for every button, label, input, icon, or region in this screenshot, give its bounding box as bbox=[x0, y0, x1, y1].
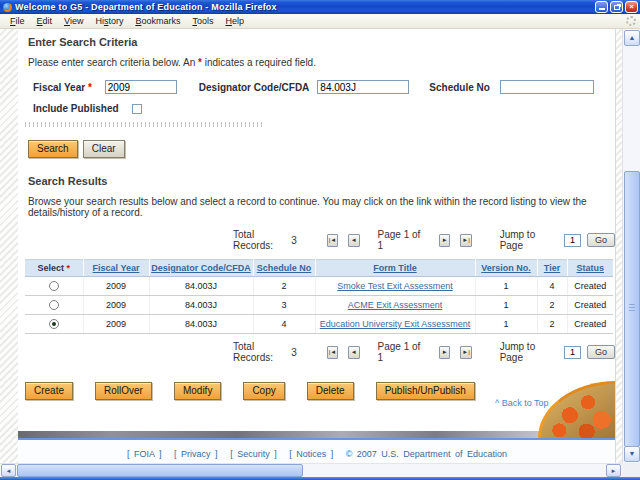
menu-help[interactable]: Help bbox=[219, 15, 250, 28]
menu-history[interactable]: History bbox=[89, 15, 129, 28]
fiscal-year-input[interactable] bbox=[105, 80, 177, 94]
copy-button[interactable]: Copy bbox=[243, 382, 284, 400]
prev-page-button[interactable]: ◄ bbox=[348, 234, 359, 247]
scroll-left-icon: ◄ bbox=[6, 468, 12, 474]
col-schedule[interactable]: Schedule No bbox=[253, 260, 315, 277]
left-margin-pattern bbox=[0, 29, 18, 463]
prev-page-icon: ◄ bbox=[351, 237, 357, 243]
col-designator[interactable]: Designator Code/CFDA bbox=[149, 260, 253, 277]
jump-to-page-input[interactable] bbox=[564, 234, 581, 247]
form-title-link[interactable]: ACME Exit Assessment bbox=[348, 300, 443, 310]
first-page-button[interactable]: |◄ bbox=[327, 346, 338, 359]
total-records-label: Total Records: bbox=[233, 229, 287, 251]
designator-input[interactable] bbox=[317, 80, 409, 94]
jump-to-page-label: Jump to Page bbox=[500, 229, 552, 251]
scroll-down-button[interactable]: ▼ bbox=[624, 446, 640, 462]
total-records-value: 3 bbox=[291, 347, 297, 358]
next-page-button[interactable]: ► bbox=[439, 346, 450, 359]
form-title-link[interactable]: Education University Exit Assessment bbox=[320, 319, 471, 329]
modify-button[interactable]: Modify bbox=[174, 382, 221, 400]
publish-unpublish-button[interactable]: Publish/UnPublish bbox=[376, 382, 475, 400]
close-button[interactable]: × bbox=[625, 1, 638, 13]
horizontal-scrollbar-thumb[interactable] bbox=[17, 464, 303, 477]
table-row: 2009 84.003J 3 ACME Exit Assessment 1 2 … bbox=[25, 296, 613, 315]
fiscal-year-label: Fiscal Year * bbox=[33, 82, 92, 93]
pagination-top: Total Records: 3 |◄ ◄ Page 1 of 1 ► ►| J… bbox=[233, 232, 615, 248]
scroll-up-button[interactable]: ▲ bbox=[624, 30, 640, 46]
page-indicator: Page 1 of 1 bbox=[378, 341, 421, 363]
criteria-note: Please enter search criteria below. An *… bbox=[28, 57, 615, 68]
menu-view[interactable]: View bbox=[58, 15, 89, 28]
menu-bookmarks[interactable]: Bookmarks bbox=[129, 15, 186, 28]
notices-link[interactable]: [ Notices ] bbox=[289, 449, 333, 459]
schedule-input[interactable] bbox=[500, 80, 594, 94]
total-records-label: Total Records: bbox=[233, 341, 287, 363]
row-radio[interactable] bbox=[49, 319, 59, 329]
first-page-button[interactable]: |◄ bbox=[327, 234, 338, 247]
row-radio[interactable] bbox=[49, 281, 59, 291]
next-page-button[interactable]: ► bbox=[439, 234, 450, 247]
prev-page-button[interactable]: ◄ bbox=[348, 346, 359, 359]
restore-icon bbox=[614, 5, 620, 10]
back-to-top-link[interactable]: ^ Back to Top bbox=[495, 398, 549, 408]
vertical-scrollbar[interactable]: ▲ ▼ bbox=[622, 29, 640, 463]
foia-link[interactable]: [ FOIA ] bbox=[127, 449, 162, 459]
col-status[interactable]: Status bbox=[567, 260, 613, 277]
table-row: 2009 84.003J 2 Smoke Test Exit Assessmen… bbox=[25, 277, 613, 296]
page-indicator: Page 1 of 1 bbox=[378, 229, 421, 251]
scroll-right-button[interactable]: ► bbox=[606, 464, 621, 477]
minimize-button[interactable] bbox=[595, 1, 608, 13]
security-link[interactable]: [ Security ] bbox=[230, 449, 277, 459]
horizontal-scrollbar[interactable]: ◄ ► bbox=[0, 463, 622, 477]
col-version[interactable]: Version No. bbox=[475, 260, 537, 277]
first-page-icon: |◄ bbox=[329, 237, 337, 243]
title-bar: Welcome to G5 - Department of Education … bbox=[0, 0, 640, 14]
menu-edit[interactable]: Edit bbox=[31, 15, 59, 28]
include-published-checkbox[interactable] bbox=[132, 104, 142, 114]
scroll-left-button[interactable]: ◄ bbox=[1, 464, 16, 477]
form-title-link[interactable]: Smoke Test Exit Assessment bbox=[337, 281, 452, 291]
copyright-text: © 2007 U.S. Department of Education bbox=[346, 449, 507, 459]
scroll-right-icon: ► bbox=[611, 468, 617, 474]
criteria-heading: Enter Search Criteria bbox=[28, 36, 615, 48]
total-records-value: 3 bbox=[291, 235, 297, 246]
rollover-button[interactable]: RollOver bbox=[95, 382, 152, 400]
col-tier[interactable]: Tier bbox=[537, 260, 567, 277]
first-page-icon: |◄ bbox=[329, 349, 337, 355]
menu-file[interactable]: File bbox=[4, 15, 31, 28]
delete-button[interactable]: Delete bbox=[307, 382, 354, 400]
schedule-label: Schedule No bbox=[429, 82, 490, 93]
privacy-link[interactable]: [ Privacy ] bbox=[174, 449, 218, 459]
jump-to-page-input[interactable] bbox=[564, 346, 581, 359]
criteria-form-row: Fiscal Year * Designator Code/CFDA Sched… bbox=[33, 80, 615, 94]
table-header-row: Select * Fiscal Year Designator Code/CFD… bbox=[25, 260, 613, 277]
dotted-separator bbox=[25, 122, 263, 127]
menu-bar: File Edit View History Bookmarks Tools H… bbox=[0, 14, 640, 29]
include-published-row: Include Published bbox=[33, 103, 615, 114]
row-radio[interactable] bbox=[49, 300, 59, 310]
search-button[interactable]: Search bbox=[28, 140, 78, 158]
window-title: Welcome to G5 - Department of Education … bbox=[15, 2, 595, 12]
jump-to-page-label: Jump to Page bbox=[500, 341, 552, 363]
last-page-button[interactable]: ►| bbox=[460, 234, 471, 247]
scrollbar-corner bbox=[622, 463, 640, 477]
minimize-icon bbox=[599, 8, 605, 10]
firefox-icon bbox=[3, 3, 12, 12]
scroll-up-icon: ▲ bbox=[629, 34, 636, 41]
pagination-bottom: Total Records: 3 |◄ ◄ Page 1 of 1 ► ►| J… bbox=[233, 344, 615, 360]
create-button[interactable]: Create bbox=[25, 382, 73, 400]
clear-button[interactable]: Clear bbox=[83, 140, 125, 158]
restore-button[interactable] bbox=[610, 1, 623, 13]
col-form-title[interactable]: Form Title bbox=[315, 260, 475, 277]
last-page-button[interactable]: ►| bbox=[460, 346, 471, 359]
menu-tools[interactable]: Tools bbox=[186, 15, 219, 28]
col-select: Select * bbox=[25, 260, 83, 277]
page-content: Enter Search Criteria Please enter searc… bbox=[18, 29, 616, 463]
go-button[interactable]: Go bbox=[587, 345, 615, 359]
go-button[interactable]: Go bbox=[587, 233, 615, 247]
include-published-label: Include Published bbox=[33, 103, 119, 114]
vertical-scrollbar-thumb[interactable] bbox=[624, 171, 640, 447]
prev-page-icon: ◄ bbox=[351, 349, 357, 355]
col-fiscal-year[interactable]: Fiscal Year bbox=[83, 260, 149, 277]
divider-gradient-bar bbox=[18, 431, 616, 438]
